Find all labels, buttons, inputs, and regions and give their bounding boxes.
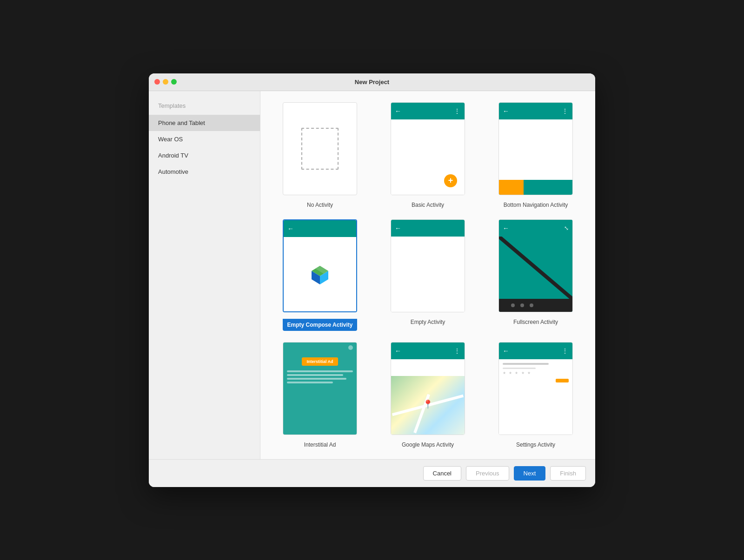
fab-button: + <box>444 174 457 187</box>
compose-phone-body <box>284 237 356 311</box>
interstitial-close-btn <box>348 345 353 350</box>
back-arrow-icon: ← <box>395 107 401 115</box>
fullscreen-activity-preview: ← ⤡ <box>498 219 573 312</box>
previous-button[interactable]: Previous <box>466 466 509 481</box>
no-activity-preview <box>283 102 357 195</box>
interstitial-ad-label: Interstitial Ad <box>304 441 336 448</box>
settings-activity-label: Settings Activity <box>516 441 555 448</box>
empty-activity-label: Empty Activity <box>411 319 445 325</box>
template-interstitial-ad[interactable]: Interstitial Ad Interstitial Ad <box>272 342 368 448</box>
svg-point-6 <box>511 303 515 307</box>
empty-compose-preview: ← <box>283 219 357 312</box>
templates-grid-container: No Activity ← ⋮ + <box>260 91 595 459</box>
diagonal-area <box>499 237 572 299</box>
template-fullscreen-activity[interactable]: ← ⤡ <box>487 219 584 331</box>
compose-phone-mockup: ← <box>284 220 356 311</box>
back-arrow-icon: ← <box>503 347 509 355</box>
more-options-icon: ⋮ <box>562 347 569 355</box>
no-activity-label: No Activity <box>307 202 333 208</box>
no-activity-inner <box>283 103 357 195</box>
sidebar-item-automotive[interactable]: Automotive <box>149 164 260 180</box>
back-arrow-icon: ← <box>503 224 509 232</box>
svg-point-7 <box>520 303 524 307</box>
bottom-nav-header: ← ⋮ <box>499 103 572 119</box>
bottom-nav-mockup: ← ⋮ <box>499 103 572 195</box>
interstitial-ad-preview: Interstitial Ad <box>283 342 357 435</box>
template-no-activity[interactable]: No Activity <box>272 102 368 208</box>
status-bar <box>499 299 572 312</box>
bottom-nav-preview: ← ⋮ <box>498 102 573 195</box>
back-arrow-icon: ← <box>395 347 401 355</box>
more-options-icon: ⋮ <box>454 107 461 115</box>
interstitial-mockup: Interstitial Ad <box>283 343 357 435</box>
window-title: New Project <box>355 79 389 86</box>
maximize-button[interactable] <box>171 79 177 85</box>
sidebar: Templates Phone and Tablet Wear OS Andro… <box>149 91 260 459</box>
template-bottom-nav[interactable]: ← ⋮ Bottom Nav <box>487 102 584 208</box>
sidebar-item-phone-tablet[interactable]: Phone and Tablet <box>149 115 260 131</box>
basic-phone-header: ← ⋮ <box>391 103 465 119</box>
templates-grid: No Activity ← ⋮ + <box>272 102 584 448</box>
sidebar-item-wear-os[interactable]: Wear OS <box>149 131 260 147</box>
bottom-nav-body <box>499 119 572 195</box>
template-empty-compose[interactable]: ← <box>272 219 368 331</box>
finish-button[interactable]: Finish <box>550 466 586 481</box>
back-arrow-icon: ← <box>287 225 294 232</box>
map-background: 📍 <box>391 376 465 435</box>
more-options-icon: ⋮ <box>454 347 461 355</box>
compose-android-logo <box>307 261 333 287</box>
settings-stars: ★ ★ ★ ★ ★ <box>503 371 569 375</box>
dashed-rectangle <box>301 128 339 170</box>
bottom-navigation-bar <box>499 180 572 195</box>
map-pin-icon: 📍 <box>423 399 433 409</box>
content-area: Templates Phone and Tablet Wear OS Andro… <box>149 91 595 459</box>
expand-icon: ⤡ <box>564 225 569 231</box>
maps-phone-header: ← ⋮ <box>391 343 465 359</box>
empty-phone-mockup: ← <box>391 220 465 312</box>
empty-activity-preview: ← <box>391 219 465 312</box>
empty-phone-body <box>391 237 465 312</box>
basic-phone-body: + <box>391 119 465 195</box>
titlebar: New Project <box>149 73 595 91</box>
sidebar-label: Templates <box>149 99 260 115</box>
fullscreen-activity-label: Fullscreen Activity <box>513 319 558 325</box>
template-empty-activity[interactable]: ← Empty Activity <box>379 219 476 331</box>
window-controls <box>154 79 177 85</box>
back-arrow-icon: ← <box>503 107 509 115</box>
settings-body: ★ ★ ★ ★ ★ <box>499 359 572 435</box>
interstitial-ad-banner: Interstitial Ad <box>302 357 338 366</box>
template-settings-activity[interactable]: ← ⋮ ★ ★ ★ ★ ★ <box>487 342 584 448</box>
compose-phone-header: ← <box>284 220 356 237</box>
main-window: New Project Templates Phone and Tablet W… <box>149 73 595 487</box>
empty-phone-header: ← <box>391 220 465 237</box>
bottom-nav-item-2 <box>524 180 548 195</box>
svg-line-5 <box>499 237 572 299</box>
more-options-icon: ⋮ <box>562 107 569 115</box>
template-google-maps[interactable]: ← ⋮ 📍 Google M <box>379 342 476 448</box>
cancel-button[interactable]: Cancel <box>423 466 461 481</box>
dialog-footer: Cancel Previous Next Finish <box>149 459 595 487</box>
template-basic-activity[interactable]: ← ⋮ + Basic Activity <box>379 102 476 208</box>
google-maps-label: Google Maps Activity <box>402 441 454 448</box>
close-button[interactable] <box>154 79 160 85</box>
diagonal-svg <box>499 237 572 299</box>
bottom-nav-item-3 <box>548 180 572 195</box>
fullscreen-mockup: ← ⤡ <box>499 220 572 312</box>
bottom-nav-label: Bottom Navigation Activity <box>504 202 568 208</box>
settings-line-1 <box>503 363 549 365</box>
settings-line-2 <box>503 368 536 369</box>
basic-phone-mockup: ← ⋮ + <box>391 103 465 195</box>
settings-phone-header: ← ⋮ <box>499 343 572 359</box>
status-bar-dots <box>499 299 572 312</box>
maps-phone-mockup: ← ⋮ 📍 <box>391 343 465 435</box>
settings-action-button <box>556 379 569 382</box>
minimize-button[interactable] <box>163 79 168 85</box>
next-button[interactable]: Next <box>514 466 546 481</box>
google-maps-preview: ← ⋮ 📍 <box>391 342 465 435</box>
interstitial-text-lines <box>287 370 353 385</box>
maps-phone-body: 📍 <box>391 359 465 435</box>
empty-compose-label: Empty Compose Activity <box>283 319 357 331</box>
sidebar-item-android-tv[interactable]: Android TV <box>149 147 260 164</box>
basic-activity-label: Basic Activity <box>412 202 444 208</box>
settings-activity-preview: ← ⋮ ★ ★ ★ ★ ★ <box>498 342 573 435</box>
